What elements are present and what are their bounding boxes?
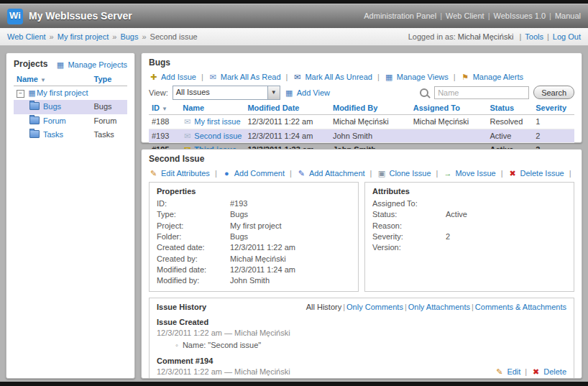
tree-expander[interactable]: − — [17, 90, 24, 98]
header-link-web-client[interactable]: Web Client — [446, 12, 484, 20]
delete-icon: ✖ — [531, 367, 541, 376]
folder-icon — [29, 130, 40, 138]
tree-item-bugs[interactable]: Bugs — [43, 102, 61, 111]
projects-panel: Projects ▦Manage Projects Name▼Type −▦My… — [6, 52, 135, 379]
edit-comment-button[interactable]: Edit — [507, 367, 520, 377]
separator: | — [519, 32, 521, 41]
webissues-window: Wi My WebIssues Server Administration Pa… — [0, 0, 588, 386]
history-entry-meta-row: 12/3/2011 1:22 am — Michał Męciński✎Edit… — [157, 367, 566, 377]
breadcrumb-item-bugs[interactable]: Bugs — [120, 32, 138, 41]
separator: | — [405, 303, 407, 311]
tree-item-tasks[interactable]: Tasks — [43, 130, 63, 139]
mark-all-as-read-icon: ✉ — [208, 73, 218, 81]
projects-column-type[interactable]: Type — [91, 73, 127, 86]
log-out-link[interactable]: Log Out — [553, 32, 581, 41]
issue-row[interactable]: #188✉ My first issue12/3/2011 1:22 amMic… — [149, 115, 574, 129]
header-link-manual[interactable]: Manual — [555, 12, 581, 20]
manage-projects-button[interactable]: ▦Manage Projects — [55, 60, 127, 70]
issues-column-id[interactable]: ID▼ — [149, 102, 180, 115]
search-box: Search — [420, 86, 574, 99]
move-issue-button[interactable]: →Move Issue — [443, 168, 495, 178]
mark-all-as-unread-button[interactable]: ✉Mark All As Unread — [293, 72, 372, 82]
project-tree-row: BugsBugs — [14, 100, 127, 114]
separator: | — [286, 72, 288, 82]
folder-panel-title: Bugs — [149, 58, 574, 69]
tree-name-cell: −▦My first project — [14, 86, 91, 100]
project-tree-row: ForumForum — [14, 114, 127, 128]
add-view-button[interactable]: ▦Add View — [285, 88, 330, 98]
projects-column-name[interactable]: Name▼ — [14, 73, 91, 86]
property-row: Project:My first project — [157, 221, 295, 231]
add-comment-button[interactable]: ●Add Comment — [222, 168, 285, 178]
app-header: Wi My WebIssues Server Administration Pa… — [0, 4, 588, 28]
history-entry-meta: 12/3/2011 1:22 am — Michał Męciński — [157, 367, 290, 377]
projects-panel-title: Projects — [14, 59, 47, 70]
property-row: Created by:Michał Męciński — [157, 254, 295, 265]
history-entry-actions: ✎Edit|✖Delete — [495, 367, 566, 377]
history-entry-heading: Issue Created — [157, 317, 566, 327]
header-links: Administration Panel|Web Client|WebIssue… — [364, 11, 581, 21]
tree-item-forum[interactable]: Forum — [43, 116, 66, 125]
logged-in-label: Logged in as: — [408, 32, 456, 41]
issue-detail-panel: Second Issue ✎Edit Attributes|●Add Comme… — [141, 149, 582, 379]
manage-alerts-button[interactable]: ⚑Manage Alerts — [461, 72, 523, 82]
property-value: My first project — [230, 221, 295, 231]
edit-attributes-button[interactable]: ✎Edit Attributes — [149, 168, 210, 178]
history-filter-comments-attachments[interactable]: Comments & Attachments — [475, 303, 566, 311]
property-value: Bugs — [230, 209, 295, 220]
search-button[interactable]: Search — [533, 86, 574, 99]
issue-link-my-first-issue[interactable]: My first issue — [194, 117, 240, 126]
issue-row[interactable]: #193✉ Second issue12/3/2011 1:24 amJohn … — [149, 129, 574, 142]
tree-name-cell: Bugs — [14, 100, 91, 114]
envelope-read-icon: ✉ — [183, 132, 192, 140]
property-label: Folder: — [157, 231, 230, 242]
manage-views-button[interactable]: ▦Manage Views — [385, 72, 449, 82]
issues-column-name[interactable]: Name — [180, 102, 244, 115]
history-filter-only-comments[interactable]: Only Comments — [346, 303, 403, 311]
detail-boxes: Properties ID:#193Type:BugsProject:My fi… — [149, 182, 574, 292]
tools-link[interactable]: Tools — [525, 32, 543, 41]
issue-id-cell: #193 — [149, 129, 180, 142]
separator: | — [343, 303, 345, 311]
property-row: Folder:Bugs — [157, 231, 295, 242]
property-label: Created by: — [157, 254, 230, 265]
issues-column-modified-by[interactable]: Modified By — [330, 102, 410, 115]
mark-all-as-read-button[interactable]: ✉Mark All As Read — [208, 72, 281, 82]
attribute-label: Severity: — [372, 231, 446, 242]
attribute-label: Assigned To: — [372, 198, 446, 209]
history-filters: All History|Only Comments|Only Attachmen… — [306, 302, 566, 312]
folder-icon — [29, 102, 40, 110]
header-link-administration-panel[interactable]: Administration Panel — [364, 12, 436, 20]
add-issue-label: Add Issue — [161, 72, 196, 82]
add-attachment-button[interactable]: ✎Add Attachment — [297, 168, 365, 178]
breadcrumb-item-my-first-project[interactable]: My first project — [58, 32, 109, 41]
header-link-webissues-1-0[interactable]: WebIssues 1.0 — [494, 12, 546, 20]
issues-column-status[interactable]: Status — [487, 102, 533, 115]
edit-attributes-label: Edit Attributes — [161, 168, 210, 178]
edit-attributes-icon: ✎ — [149, 169, 158, 178]
manage-views-label: Manage Views — [397, 72, 449, 82]
breadcrumb-item-web-client[interactable]: Web Client — [7, 32, 46, 41]
issues-column-assigned-to[interactable]: Assigned To — [410, 102, 487, 115]
add-issue-button[interactable]: ✚Add Issue — [149, 72, 196, 82]
clone-issue-button[interactable]: ▣Clone Issue — [377, 168, 431, 178]
sort-desc-icon: ▼ — [162, 106, 167, 112]
project-tree-row: TasksTasks — [14, 128, 127, 142]
change-item: ◦Name: "Second issue" — [157, 340, 566, 350]
attribute-value — [446, 242, 467, 253]
tree-item-my-first-project[interactable]: My first project — [37, 88, 88, 97]
add-view-icon: ▦ — [285, 88, 294, 97]
content-area: Projects ▦Manage Projects Name▼Type −▦My… — [0, 46, 588, 382]
issues-column-severity[interactable]: Severity — [533, 102, 574, 115]
issue-link-second-issue[interactable]: Second issue — [194, 132, 242, 140]
view-select[interactable]: All Issues ▼ — [173, 86, 280, 100]
property-label: Modified by: — [157, 275, 230, 286]
issues-column-modified-date[interactable]: Modified Date — [244, 102, 330, 115]
bullet-icon: ◦ — [175, 341, 178, 349]
search-input[interactable] — [434, 86, 529, 99]
delete-issue-button[interactable]: ✖Delete Issue — [508, 168, 564, 178]
property-row: ID:#193 — [157, 198, 295, 209]
property-value: #193 — [230, 198, 295, 209]
delete-comment-button[interactable]: Delete — [543, 367, 566, 377]
history-filter-only-attachments[interactable]: Only Attachments — [408, 303, 470, 311]
